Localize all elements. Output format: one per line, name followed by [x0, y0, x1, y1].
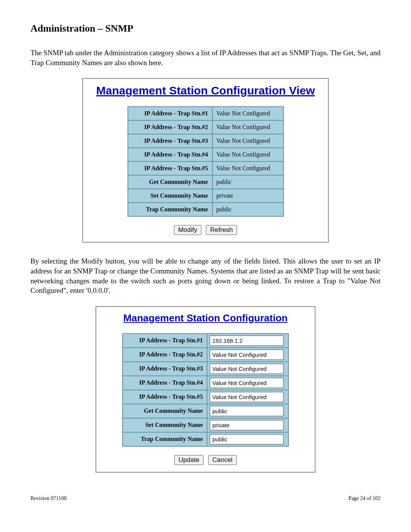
- row-label: IP Address - Trap Stn.#4: [128, 148, 212, 161]
- row-input-cell: [207, 362, 288, 376]
- modify-button[interactable]: Modify: [174, 225, 201, 235]
- row-value: Value Not Configured: [212, 120, 284, 134]
- row-label: Trap Community Name: [123, 432, 207, 446]
- table-row: Set Community Nameprivate: [128, 189, 284, 203]
- table-row: Set Community Name: [123, 418, 288, 432]
- row-label: IP Address - Trap Stn.#2: [128, 120, 212, 134]
- config-panel: Management Station Configuration IP Addr…: [96, 306, 315, 473]
- table-row: IP Address - Trap Stn.#1Value Not Config…: [128, 107, 284, 120]
- revision-text: Revision 071108: [30, 495, 67, 502]
- table-row: IP Address - Trap Stn.#2Value Not Config…: [128, 120, 284, 134]
- table-row: Trap Community Namepublic: [128, 203, 284, 216]
- config-panel-title: Management Station Configuration: [101, 312, 310, 324]
- row-label: IP Address - Trap Stn.#4: [123, 376, 207, 390]
- row-label: Set Community Name: [123, 418, 207, 432]
- refresh-button[interactable]: Refresh: [206, 225, 237, 235]
- view-button-row: Modify Refresh: [88, 225, 323, 235]
- row-value: public: [212, 203, 284, 216]
- table-row: IP Address - Trap Stn.#5Value Not Config…: [128, 161, 284, 175]
- trap-stn-2-input[interactable]: [210, 350, 284, 360]
- row-input-cell: [207, 390, 288, 404]
- row-input-cell: [207, 404, 288, 418]
- cancel-button[interactable]: Cancel: [208, 455, 237, 465]
- mid-paragraph: By selecting the Modify button, you will…: [30, 256, 381, 296]
- row-value: Value Not Configured: [212, 161, 284, 175]
- row-label: IP Address - Trap Stn.#2: [123, 348, 207, 362]
- row-input-cell: [207, 376, 288, 390]
- section-heading: Administration – SNMP: [30, 23, 381, 34]
- row-input-cell: [207, 418, 288, 432]
- page-footer: Revision 071108 Page 24 of 102: [30, 495, 381, 502]
- row-input-cell: [207, 334, 288, 348]
- trap-community-input[interactable]: [210, 434, 284, 444]
- row-label: IP Address - Trap Stn.#1: [128, 107, 212, 120]
- intro-paragraph: The SNMP tab under the Administration ca…: [30, 48, 381, 67]
- table-row: IP Address - Trap Stn.#3: [123, 362, 288, 376]
- view-panel-title: Management Station Configuration View: [88, 84, 323, 97]
- trap-stn-1-input[interactable]: [210, 335, 284, 346]
- row-label: Get Community Name: [123, 404, 207, 418]
- table-row: IP Address - Trap Stn.#3Value Not Config…: [128, 134, 284, 148]
- row-value: private: [212, 189, 284, 203]
- get-community-input[interactable]: [210, 406, 284, 416]
- config-button-row: Update Cancel: [101, 455, 310, 465]
- table-row: IP Address - Trap Stn.#4: [123, 376, 288, 390]
- config-form-table: IP Address - Trap Stn.#1 IP Address - Tr…: [122, 333, 289, 447]
- table-row: IP Address - Trap Stn.#5: [123, 390, 288, 404]
- row-label: IP Address - Trap Stn.#3: [123, 362, 207, 376]
- row-label: Trap Community Name: [128, 203, 212, 216]
- view-panel: Management Station Configuration View IP…: [82, 78, 329, 243]
- trap-stn-4-input[interactable]: [210, 378, 284, 388]
- set-community-input[interactable]: [210, 420, 284, 430]
- row-label: IP Address - Trap Stn.#1: [123, 334, 207, 348]
- table-row: IP Address - Trap Stn.#4Value Not Config…: [128, 148, 284, 161]
- row-input-cell: [207, 432, 288, 446]
- page-number: Page 24 of 102: [349, 495, 381, 502]
- table-row: Get Community Name: [123, 404, 288, 418]
- table-row: IP Address - Trap Stn.#2: [123, 348, 288, 362]
- row-label: Get Community Name: [128, 175, 212, 189]
- row-value: Value Not Configured: [212, 107, 284, 120]
- table-row: Get Community Namepublic: [128, 175, 284, 189]
- row-label: IP Address - Trap Stn.#3: [128, 134, 212, 148]
- update-button[interactable]: Update: [174, 455, 204, 465]
- table-row: Trap Community Name: [123, 432, 288, 446]
- row-value: Value Not Configured: [212, 134, 284, 148]
- row-label: IP Address - Trap Stn.#5: [123, 390, 207, 404]
- trap-stn-5-input[interactable]: [210, 392, 284, 402]
- row-label: Set Community Name: [128, 189, 212, 203]
- view-config-table: IP Address - Trap Stn.#1Value Not Config…: [127, 106, 284, 217]
- row-value: Value Not Configured: [212, 148, 284, 161]
- row-value: public: [212, 175, 284, 189]
- trap-stn-3-input[interactable]: [210, 364, 284, 374]
- row-input-cell: [207, 348, 288, 362]
- table-row: IP Address - Trap Stn.#1: [123, 334, 288, 348]
- row-label: IP Address - Trap Stn.#5: [128, 161, 212, 175]
